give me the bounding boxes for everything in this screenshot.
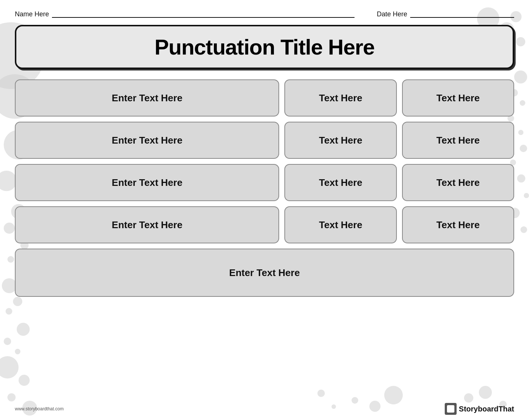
row1-left-cell[interactable]: Enter Text Here (15, 79, 279, 117)
grid-row-1: Enter Text Here Text Here Text Here (15, 79, 514, 117)
bottom-cell-text: Enter Text Here (229, 267, 300, 279)
brand-name: StoryboardThat (459, 405, 514, 413)
footer-url: www.storyboardthat.com (15, 406, 63, 411)
row3-right-text: Text Here (437, 177, 480, 188)
page-title: Punctuation Title Here (154, 35, 374, 59)
title-box: Punctuation Title Here (15, 25, 514, 69)
name-label: Name Here (15, 10, 49, 18)
row2-mid-cell[interactable]: Text Here (284, 122, 396, 159)
row3-mid-text: Text Here (319, 177, 362, 188)
row2-left-text: Enter Text Here (112, 135, 182, 146)
grid-section: Enter Text Here Text Here Text Here Ente… (15, 79, 514, 297)
brand-icon (445, 403, 457, 415)
row3-mid-cell[interactable]: Text Here (284, 164, 396, 201)
footer: www.storyboardthat.com StoryboardThat (15, 403, 514, 415)
date-underline (410, 11, 514, 18)
row3-left-text: Enter Text Here (112, 177, 182, 188)
row4-mid-cell[interactable]: Text Here (284, 206, 396, 243)
grid-row-4: Enter Text Here Text Here Text Here (15, 206, 514, 243)
row2-right-text: Text Here (437, 135, 480, 146)
date-label: Date Here (377, 10, 407, 18)
row4-mid-text: Text Here (319, 219, 362, 231)
row3-left-cell[interactable]: Enter Text Here (15, 164, 279, 201)
row1-left-text: Enter Text Here (112, 92, 182, 104)
row1-right-cell[interactable]: Text Here (402, 79, 514, 117)
row4-right-cell[interactable]: Text Here (402, 206, 514, 243)
brand-icon-inner (447, 405, 454, 413)
row2-mid-text: Text Here (319, 135, 362, 146)
bottom-cell[interactable]: Enter Text Here (15, 249, 514, 297)
row1-right-text: Text Here (437, 92, 480, 104)
row1-mid-cell[interactable]: Text Here (284, 79, 396, 117)
row4-left-cell[interactable]: Enter Text Here (15, 206, 279, 243)
row2-right-cell[interactable]: Text Here (402, 122, 514, 159)
name-underline (52, 11, 355, 18)
row3-right-cell[interactable]: Text Here (402, 164, 514, 201)
row4-left-text: Enter Text Here (112, 219, 182, 231)
grid-row-2: Enter Text Here Text Here Text Here (15, 122, 514, 159)
grid-row-3: Enter Text Here Text Here Text Here (15, 164, 514, 201)
row4-right-text: Text Here (437, 219, 480, 231)
header-row: Name Here Date Here (15, 10, 514, 18)
row1-mid-text: Text Here (319, 92, 362, 104)
brand-badge: StoryboardThat (445, 403, 514, 415)
row2-left-cell[interactable]: Enter Text Here (15, 122, 279, 159)
grid-row-5: Enter Text Here (15, 249, 514, 297)
